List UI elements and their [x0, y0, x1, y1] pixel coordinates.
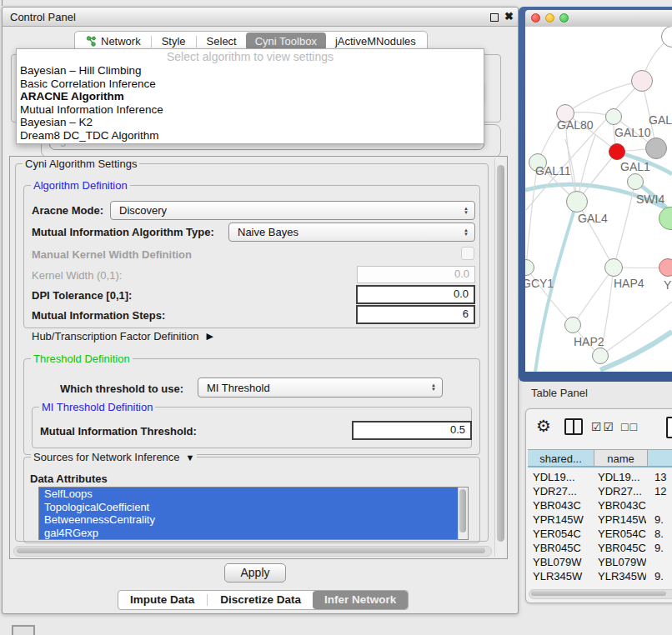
- dropdown-item-selected[interactable]: ARACNE Algorithm: [17, 90, 484, 103]
- network-node[interactable]: [645, 138, 667, 159]
- data-attributes-list[interactable]: SelfLoops TopologicalCoefficient Between…: [38, 487, 469, 540]
- control-panel-titlebar[interactable]: Control Panel ✖: [3, 8, 518, 27]
- network-node[interactable]: [592, 348, 609, 364]
- dropdown-item[interactable]: Bayesian – Hill Climbing: [17, 64, 484, 78]
- aracne-mode-combo[interactable]: Discovery ▲▼: [110, 201, 475, 220]
- split-view-icon[interactable]: [564, 418, 583, 435]
- list-scrollbar-thumb[interactable]: [459, 489, 466, 532]
- table-horizontal-scrollbar[interactable]: [529, 589, 672, 599]
- table-cell[interactable]: 9.: [654, 569, 672, 583]
- network-node[interactable]: [605, 108, 622, 125]
- list-item[interactable]: gal4RGexp: [39, 527, 468, 540]
- network-node[interactable]: [631, 70, 653, 92]
- table-cell[interactable]: YPR145W: [598, 512, 646, 527]
- close-icon[interactable]: ✖: [504, 10, 514, 22]
- list-item[interactable]: BetweennessCentrality: [39, 513, 468, 527]
- table-cell[interactable]: YDR27...: [533, 484, 594, 498]
- table-cell[interactable]: 9.: [654, 583, 672, 587]
- table-cell[interactable]: YBR043C: [598, 498, 646, 512]
- minimize-traffic-light-icon[interactable]: [545, 13, 554, 22]
- gear-icon[interactable]: ⚙: [536, 416, 551, 436]
- table-row[interactable]: YBR045C YBR045C 9.: [528, 541, 672, 555]
- settings-vertical-scrollbar[interactable]: [494, 158, 505, 557]
- tab-infer-network[interactable]: Infer Network: [313, 591, 408, 609]
- tab-cyni-toolbox[interactable]: Cyni Toolbox: [246, 32, 326, 50]
- table-cell[interactable]: YER054C: [598, 527, 646, 541]
- table-cell[interactable]: YPR145W: [533, 512, 594, 527]
- table-row[interactable]: YIL052C YIL052C 9.: [528, 583, 672, 587]
- tab-discretize-data[interactable]: Discretize Data: [208, 591, 313, 609]
- table-cell[interactable]: 12: [654, 484, 672, 498]
- close-traffic-light-icon[interactable]: [531, 13, 540, 22]
- minimized-panel-icon[interactable]: [12, 625, 35, 635]
- tab-impute-data[interactable]: Impute Data: [118, 591, 206, 609]
- table-cell[interactable]: 9.: [654, 512, 672, 527]
- dropdown-item[interactable]: Basic Correlation Inference: [17, 78, 484, 91]
- table-cell[interactable]: YIL052C: [533, 583, 594, 587]
- kernel-width-field[interactable]: 0.0: [357, 266, 475, 283]
- table-cell[interactable]: YBR043C: [533, 498, 594, 512]
- network-node[interactable]: [566, 191, 588, 212]
- table-row[interactable]: YPR145W YPR145W 9.: [528, 512, 672, 527]
- table-cell[interactable]: YLR345W: [533, 569, 594, 583]
- column-header-shared-name[interactable]: shared...: [528, 449, 594, 468]
- dpi-tolerance-field[interactable]: 0.0: [356, 285, 475, 304]
- table-cell[interactable]: YDL19...: [598, 470, 646, 484]
- table-cell[interactable]: YER054C: [533, 527, 594, 541]
- tab-select[interactable]: Select: [198, 32, 246, 50]
- table-horizontal-scrollbar-thumb[interactable]: [531, 591, 666, 596]
- table-cell[interactable]: 13: [654, 470, 672, 484]
- table-cell[interactable]: YIL052C: [598, 583, 646, 587]
- table-row[interactable]: YDR27... YDR27... 12: [528, 484, 672, 498]
- tab-network[interactable]: Network: [77, 32, 150, 50]
- table-cell[interactable]: YLR345W: [598, 569, 646, 583]
- column-header-partial[interactable]: [648, 449, 672, 468]
- dropdown-item[interactable]: Bayesian – K2: [17, 116, 484, 129]
- dropdown-item[interactable]: Mutual Information Inference: [17, 103, 484, 117]
- network-node[interactable]: [659, 258, 672, 277]
- table-cell[interactable]: [654, 498, 672, 512]
- mi-threshold-field[interactable]: 0.5: [352, 421, 472, 440]
- table-cell[interactable]: YDL19...: [533, 470, 594, 484]
- float-window-icon[interactable]: [490, 13, 499, 22]
- table-cell[interactable]: YBL079W: [598, 555, 646, 569]
- dropdown-item[interactable]: Dream8 DC_TDC Algorithm: [17, 129, 484, 142]
- network-node[interactable]: [627, 173, 644, 190]
- list-item[interactable]: SelfLoops: [39, 488, 468, 501]
- table-cell[interactable]: YBR045C: [598, 541, 646, 555]
- column-header-name[interactable]: name: [594, 449, 648, 468]
- which-threshold-combo[interactable]: MI Threshold ▲▼: [198, 378, 443, 398]
- list-scrollbar[interactable]: [458, 488, 468, 539]
- network-node[interactable]: [564, 317, 581, 333]
- table-row[interactable]: YBL079W YBL079W: [528, 555, 672, 569]
- network-node[interactable]: [609, 143, 625, 160]
- function-builder-icon[interactable]: [666, 417, 672, 438]
- network-canvas[interactable]: GAL GAL80 GAL10 GAL1 GAL11 SWI4 GAL4 GCY…: [525, 27, 672, 372]
- deselect-all-checkboxes-icon[interactable]: □□: [621, 420, 639, 433]
- mi-steps-field[interactable]: 6: [356, 305, 475, 324]
- settings-horizontal-scrollbar[interactable]: [13, 546, 492, 557]
- table-row[interactable]: YBR043C YBR043C: [528, 498, 672, 512]
- settings-horizontal-scrollbar-thumb[interactable]: [17, 548, 485, 553]
- table-cell[interactable]: [654, 555, 672, 569]
- network-window-titlebar[interactable]: [525, 10, 672, 28]
- zoom-traffic-light-icon[interactable]: [559, 13, 569, 22]
- manual-kernel-checkbox[interactable]: [461, 247, 474, 260]
- table-row[interactable]: YLR345W YLR345W 9.: [528, 569, 672, 583]
- hub-definition-toggle[interactable]: Hub/Transcription Factor Definition ▶: [32, 330, 213, 342]
- table-row[interactable]: YER054C YER054C 8.: [528, 527, 672, 541]
- table-cell[interactable]: YBL079W: [533, 555, 594, 569]
- list-item[interactable]: TopologicalCoefficient: [39, 501, 468, 514]
- tab-jactivemnodules[interactable]: jActiveMNodules: [326, 32, 425, 50]
- network-node[interactable]: [604, 258, 623, 277]
- mi-algorithm-type-combo[interactable]: Naive Bayes ▲▼: [228, 222, 475, 242]
- table-cell[interactable]: 9.: [654, 541, 672, 555]
- table-row[interactable]: YDL19... YDL19... 13: [528, 470, 672, 484]
- table-cell[interactable]: 8.: [654, 527, 672, 541]
- sources-toggle[interactable]: Sources for Network Inference ▼: [31, 451, 197, 463]
- settings-vertical-scrollbar-thumb[interactable]: [497, 165, 504, 542]
- select-all-checkboxes-icon[interactable]: ☑☑: [591, 420, 615, 433]
- tab-style[interactable]: Style: [153, 32, 195, 50]
- table-cell[interactable]: YDR27...: [598, 484, 646, 498]
- apply-button[interactable]: Apply: [224, 563, 286, 582]
